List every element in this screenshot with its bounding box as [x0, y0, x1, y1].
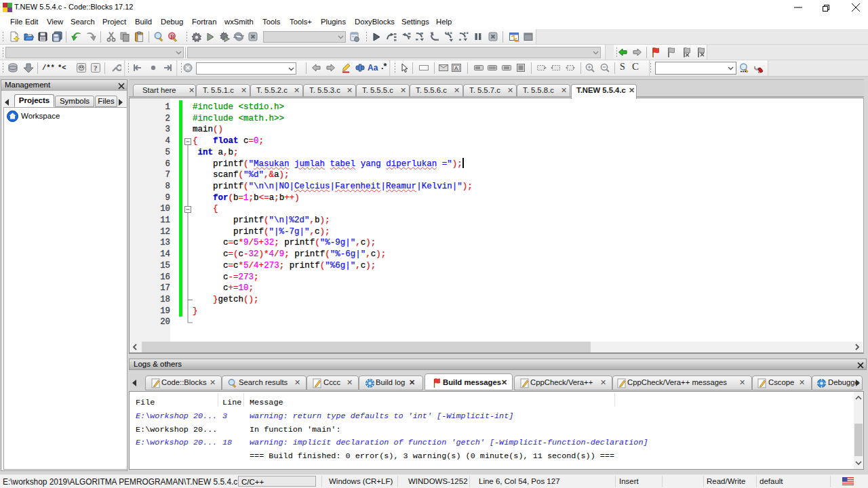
svg-text:A: A: [454, 65, 458, 71]
svg-text:?: ?: [94, 64, 98, 72]
